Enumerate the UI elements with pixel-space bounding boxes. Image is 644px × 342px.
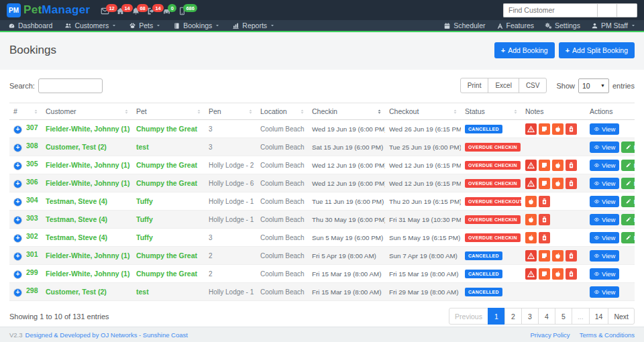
pet-name[interactable]: Chumpy the Great bbox=[132, 265, 205, 283]
notification-bell[interactable]: 68 bbox=[131, 7, 140, 15]
csv-export-button[interactable]: CSV bbox=[519, 78, 547, 93]
pet-name[interactable]: test bbox=[132, 138, 205, 156]
warning-note[interactable] bbox=[525, 123, 537, 135]
food-note[interactable] bbox=[552, 250, 564, 262]
nav-item-scheduler[interactable]: Scheduler bbox=[443, 21, 485, 30]
view-button[interactable]: View bbox=[590, 286, 619, 298]
meds-note[interactable] bbox=[566, 160, 577, 171]
edit-button[interactable]: Edit bbox=[621, 196, 635, 207]
note-note[interactable] bbox=[539, 250, 550, 262]
nav-item-customers[interactable]: Customers bbox=[64, 21, 117, 30]
customer-name[interactable]: Testman, Steve (4) bbox=[42, 192, 132, 211]
pet-name[interactable]: Chumpy the Great bbox=[132, 120, 205, 138]
notification-home[interactable]: 14 bbox=[116, 7, 125, 15]
page-button-previous[interactable]: Previous bbox=[449, 308, 488, 325]
food-note[interactable] bbox=[552, 123, 564, 135]
page-button-next[interactable]: Next bbox=[608, 308, 635, 325]
meds-note[interactable] bbox=[539, 232, 550, 243]
food-note[interactable] bbox=[552, 178, 564, 189]
customer-name[interactable]: Fielder-White, Johnny (1) bbox=[42, 174, 132, 192]
column-header-id[interactable]: # bbox=[9, 103, 42, 120]
customer-name[interactable]: Fielder-White, Johnny (1) bbox=[42, 247, 132, 265]
customer-name[interactable]: Customer, Test (2) bbox=[42, 283, 132, 301]
food-note[interactable] bbox=[525, 214, 537, 225]
nav-item-settings[interactable]: Settings bbox=[545, 21, 580, 30]
expand-row-icon[interactable]: + bbox=[13, 234, 22, 243]
view-button[interactable]: View bbox=[590, 160, 619, 171]
excel-export-button[interactable]: Excel bbox=[488, 78, 519, 93]
nav-item-bookings[interactable]: Bookings bbox=[173, 21, 220, 30]
view-button[interactable]: View bbox=[590, 232, 619, 243]
app-logo[interactable]: PM PetManager bbox=[7, 3, 90, 17]
find-customer-input[interactable] bbox=[503, 3, 597, 17]
column-header-customer[interactable]: Customer bbox=[42, 103, 132, 120]
page-button-4[interactable]: 4 bbox=[538, 308, 555, 325]
meds-note[interactable] bbox=[539, 196, 550, 207]
pet-name[interactable]: Tuffy bbox=[132, 192, 205, 211]
expand-row-icon[interactable]: + bbox=[13, 180, 22, 188]
footer-link-privacy-policy[interactable]: Privacy Policy bbox=[531, 331, 570, 339]
page-button-3[interactable]: 3 bbox=[521, 308, 539, 325]
expand-row-icon[interactable]: + bbox=[13, 252, 22, 261]
notification-mail[interactable]: 12 bbox=[101, 7, 109, 15]
edit-button[interactable]: Edit bbox=[621, 178, 635, 189]
column-header-checkin[interactable]: Checkin bbox=[308, 103, 385, 120]
view-button[interactable]: View bbox=[590, 178, 619, 189]
column-header-status[interactable]: Status bbox=[461, 103, 521, 120]
page-button-2[interactable]: 2 bbox=[504, 308, 522, 325]
expand-row-icon[interactable]: + bbox=[13, 270, 22, 279]
expand-row-icon[interactable]: + bbox=[13, 162, 22, 170]
page-button-1[interactable]: 1 bbox=[488, 308, 505, 325]
nav-item-dashboard[interactable]: Dashboard bbox=[8, 21, 52, 30]
expand-row-icon[interactable]: + bbox=[13, 216, 22, 225]
add-split-booking-button[interactable]: + Add Split Booking bbox=[559, 42, 635, 58]
notification-mobile[interactable]: 686 bbox=[178, 7, 186, 15]
expand-row-icon[interactable]: + bbox=[13, 198, 22, 207]
customer-name[interactable]: Customer, Test (2) bbox=[42, 138, 132, 156]
food-note[interactable] bbox=[525, 196, 537, 207]
note-note[interactable] bbox=[539, 123, 550, 135]
meds-note[interactable] bbox=[566, 268, 577, 280]
pet-name[interactable]: Chumpy the Great bbox=[132, 247, 205, 265]
search-button[interactable] bbox=[597, 3, 617, 17]
column-header-location[interactable]: Location bbox=[256, 103, 308, 120]
note-note[interactable] bbox=[539, 178, 550, 189]
pet-name[interactable]: test bbox=[132, 283, 205, 301]
notification-signout[interactable]: 14 bbox=[147, 7, 156, 15]
meds-note[interactable] bbox=[539, 214, 550, 225]
pet-name[interactable]: Chumpy the Great bbox=[132, 174, 205, 192]
page-button-14[interactable]: 14 bbox=[589, 308, 609, 325]
notification-car[interactable]: 0 bbox=[162, 7, 171, 15]
view-button[interactable]: View bbox=[590, 196, 619, 207]
warning-note[interactable] bbox=[525, 268, 537, 280]
food-note[interactable] bbox=[525, 232, 537, 243]
view-button[interactable]: View bbox=[590, 141, 619, 153]
edit-button[interactable]: Edit bbox=[621, 160, 635, 171]
view-button[interactable]: View bbox=[590, 123, 619, 135]
expand-row-icon[interactable]: + bbox=[13, 144, 22, 152]
edit-button[interactable]: Edit bbox=[621, 141, 635, 153]
nav-item-pets[interactable]: Pets bbox=[129, 21, 161, 30]
column-header-checkout[interactable]: Checkout bbox=[385, 103, 461, 120]
customer-name[interactable]: Testman, Steve (4) bbox=[42, 229, 132, 247]
view-button[interactable]: View bbox=[590, 214, 619, 225]
food-note[interactable] bbox=[552, 268, 564, 280]
expand-row-icon[interactable]: + bbox=[13, 288, 22, 297]
customer-name[interactable]: Fielder-White, Johnny (1) bbox=[42, 120, 132, 138]
meds-note[interactable] bbox=[566, 178, 577, 189]
note-note[interactable] bbox=[539, 268, 550, 280]
edit-button[interactable]: Edit bbox=[621, 232, 635, 243]
meds-note[interactable] bbox=[566, 123, 577, 135]
meds-note[interactable] bbox=[566, 250, 577, 262]
credit-link[interactable]: Designed & Developed by OJ Networks - Su… bbox=[25, 331, 188, 339]
footer-link-terms-conditions[interactable]: Terms & Conditions bbox=[580, 331, 635, 339]
warning-note[interactable] bbox=[525, 160, 537, 171]
nav-item-pm-staff[interactable]: PM Staff bbox=[591, 21, 636, 30]
pet-name[interactable]: Chumpy the Great bbox=[132, 156, 205, 174]
customer-name[interactable]: Fielder-White, Johnny (1) bbox=[42, 265, 132, 283]
customer-name[interactable]: Fielder-White, Johnny (1) bbox=[42, 156, 132, 174]
clear-search-button[interactable] bbox=[617, 3, 637, 17]
food-note[interactable] bbox=[552, 160, 564, 171]
page-button-5[interactable]: 5 bbox=[555, 308, 572, 325]
note-note[interactable] bbox=[539, 160, 550, 171]
